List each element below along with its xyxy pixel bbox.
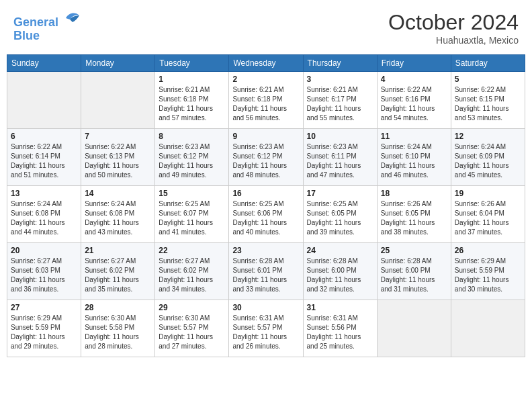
day-number: 25 xyxy=(381,246,447,255)
day-number: 29 xyxy=(159,303,225,312)
day-number: 11 xyxy=(381,132,447,141)
day-info: Sunrise: 6:24 AM Sunset: 6:10 PM Dayligh… xyxy=(381,142,447,180)
logo-bird-icon xyxy=(63,10,82,26)
calendar-table: SundayMondayTuesdayWednesdayThursdayFrid… xyxy=(7,54,525,357)
day-info: Sunrise: 6:25 AM Sunset: 6:07 PM Dayligh… xyxy=(159,199,225,237)
calendar-cell: 31Sunrise: 6:31 AM Sunset: 5:56 PM Dayli… xyxy=(303,300,377,357)
calendar-cell: 7Sunrise: 6:22 AM Sunset: 6:13 PM Daylig… xyxy=(81,129,155,186)
day-number: 12 xyxy=(455,132,521,141)
day-info: Sunrise: 6:21 AM Sunset: 6:18 PM Dayligh… xyxy=(232,85,299,123)
day-info: Sunrise: 6:29 AM Sunset: 5:59 PM Dayligh… xyxy=(455,257,521,294)
calendar-cell: 14Sunrise: 6:24 AM Sunset: 6:08 PM Dayli… xyxy=(81,186,155,243)
day-info: Sunrise: 6:21 AM Sunset: 6:17 PM Dayligh… xyxy=(307,85,373,123)
calendar-cell: 5Sunrise: 6:22 AM Sunset: 6:15 PM Daylig… xyxy=(451,72,525,129)
day-info: Sunrise: 6:25 AM Sunset: 6:06 PM Dayligh… xyxy=(232,199,299,237)
day-info: Sunrise: 6:27 AM Sunset: 6:02 PM Dayligh… xyxy=(159,257,225,294)
week-row-2: 6Sunrise: 6:22 AM Sunset: 6:14 PM Daylig… xyxy=(7,129,525,186)
calendar-cell: 8Sunrise: 6:23 AM Sunset: 6:12 PM Daylig… xyxy=(155,129,229,186)
day-info: Sunrise: 6:22 AM Sunset: 6:15 PM Dayligh… xyxy=(455,85,521,123)
day-number: 31 xyxy=(307,303,373,312)
day-header-saturday: Saturday xyxy=(451,55,525,72)
logo-general: General xyxy=(13,15,58,29)
week-row-1: 1Sunrise: 6:21 AM Sunset: 6:18 PM Daylig… xyxy=(7,72,525,129)
day-info: Sunrise: 6:27 AM Sunset: 6:03 PM Dayligh… xyxy=(11,257,77,294)
calendar-header-row: SundayMondayTuesdayWednesdayThursdayFrid… xyxy=(7,55,525,72)
day-info: Sunrise: 6:22 AM Sunset: 6:16 PM Dayligh… xyxy=(381,85,447,123)
day-header-sunday: Sunday xyxy=(7,55,81,72)
day-info: Sunrise: 6:29 AM Sunset: 5:59 PM Dayligh… xyxy=(11,314,77,351)
month-title: October 2024 xyxy=(388,10,519,35)
title-block: October 2024 Huahuaxtla, Mexico xyxy=(388,10,519,46)
calendar-cell: 15Sunrise: 6:25 AM Sunset: 6:07 PM Dayli… xyxy=(155,186,229,243)
calendar-cell xyxy=(7,72,81,129)
calendar-cell xyxy=(377,300,451,357)
day-number: 23 xyxy=(232,246,299,255)
page-header: General Blue October 2024 Huahuaxtla, Me… xyxy=(7,7,525,49)
calendar-cell: 24Sunrise: 6:28 AM Sunset: 6:00 PM Dayli… xyxy=(303,243,377,300)
day-info: Sunrise: 6:31 AM Sunset: 5:57 PM Dayligh… xyxy=(232,314,299,351)
logo: General Blue xyxy=(13,10,82,43)
day-number: 24 xyxy=(307,246,373,255)
day-info: Sunrise: 6:28 AM Sunset: 6:00 PM Dayligh… xyxy=(381,257,447,294)
day-info: Sunrise: 6:23 AM Sunset: 6:11 PM Dayligh… xyxy=(307,142,373,180)
calendar-cell: 21Sunrise: 6:27 AM Sunset: 6:02 PM Dayli… xyxy=(81,243,155,300)
day-info: Sunrise: 6:21 AM Sunset: 6:18 PM Dayligh… xyxy=(159,85,225,123)
calendar-cell: 30Sunrise: 6:31 AM Sunset: 5:57 PM Dayli… xyxy=(229,300,303,357)
day-header-thursday: Thursday xyxy=(303,55,377,72)
week-row-3: 13Sunrise: 6:24 AM Sunset: 6:08 PM Dayli… xyxy=(7,186,525,243)
day-info: Sunrise: 6:23 AM Sunset: 6:12 PM Dayligh… xyxy=(159,142,225,180)
calendar-cell: 11Sunrise: 6:24 AM Sunset: 6:10 PM Dayli… xyxy=(377,129,451,186)
calendar-cell: 19Sunrise: 6:26 AM Sunset: 6:04 PM Dayli… xyxy=(451,186,525,243)
day-info: Sunrise: 6:25 AM Sunset: 6:05 PM Dayligh… xyxy=(307,199,373,237)
calendar-cell: 4Sunrise: 6:22 AM Sunset: 6:16 PM Daylig… xyxy=(377,72,451,129)
day-number: 18 xyxy=(381,189,447,198)
day-info: Sunrise: 6:22 AM Sunset: 6:14 PM Dayligh… xyxy=(11,142,77,180)
location: Huahuaxtla, Mexico xyxy=(388,35,519,46)
day-info: Sunrise: 6:24 AM Sunset: 6:09 PM Dayligh… xyxy=(455,142,521,180)
day-info: Sunrise: 6:24 AM Sunset: 6:08 PM Dayligh… xyxy=(11,199,77,237)
calendar-cell: 25Sunrise: 6:28 AM Sunset: 6:00 PM Dayli… xyxy=(377,243,451,300)
day-info: Sunrise: 6:28 AM Sunset: 6:00 PM Dayligh… xyxy=(307,257,373,294)
day-header-monday: Monday xyxy=(81,55,155,72)
day-header-friday: Friday xyxy=(377,55,451,72)
day-number: 2 xyxy=(232,75,299,84)
day-header-tuesday: Tuesday xyxy=(155,55,229,72)
calendar-cell xyxy=(451,300,525,357)
day-number: 6 xyxy=(11,132,77,141)
day-info: Sunrise: 6:27 AM Sunset: 6:02 PM Dayligh… xyxy=(85,257,151,294)
calendar-cell: 27Sunrise: 6:29 AM Sunset: 5:59 PM Dayli… xyxy=(7,300,81,357)
day-info: Sunrise: 6:26 AM Sunset: 6:04 PM Dayligh… xyxy=(455,199,521,237)
day-info: Sunrise: 6:31 AM Sunset: 5:56 PM Dayligh… xyxy=(307,314,373,351)
day-number: 14 xyxy=(85,189,151,198)
day-number: 20 xyxy=(11,246,77,255)
calendar-cell: 12Sunrise: 6:24 AM Sunset: 6:09 PM Dayli… xyxy=(451,129,525,186)
calendar-cell: 29Sunrise: 6:30 AM Sunset: 5:57 PM Dayli… xyxy=(155,300,229,357)
calendar-cell: 10Sunrise: 6:23 AM Sunset: 6:11 PM Dayli… xyxy=(303,129,377,186)
calendar-cell: 16Sunrise: 6:25 AM Sunset: 6:06 PM Dayli… xyxy=(229,186,303,243)
calendar-cell: 18Sunrise: 6:26 AM Sunset: 6:05 PM Dayli… xyxy=(377,186,451,243)
day-number: 1 xyxy=(159,75,225,84)
day-info: Sunrise: 6:22 AM Sunset: 6:13 PM Dayligh… xyxy=(85,142,151,180)
logo-blue: Blue xyxy=(13,30,82,43)
day-info: Sunrise: 6:30 AM Sunset: 5:58 PM Dayligh… xyxy=(85,314,151,351)
calendar-cell: 17Sunrise: 6:25 AM Sunset: 6:05 PM Dayli… xyxy=(303,186,377,243)
calendar-cell: 3Sunrise: 6:21 AM Sunset: 6:17 PM Daylig… xyxy=(303,72,377,129)
day-number: 22 xyxy=(159,246,225,255)
day-number: 8 xyxy=(159,132,225,141)
calendar-cell: 2Sunrise: 6:21 AM Sunset: 6:18 PM Daylig… xyxy=(229,72,303,129)
week-row-5: 27Sunrise: 6:29 AM Sunset: 5:59 PM Dayli… xyxy=(7,300,525,357)
day-info: Sunrise: 6:23 AM Sunset: 6:12 PM Dayligh… xyxy=(232,142,299,180)
day-info: Sunrise: 6:24 AM Sunset: 6:08 PM Dayligh… xyxy=(85,199,151,237)
day-number: 27 xyxy=(11,303,77,312)
calendar-cell: 20Sunrise: 6:27 AM Sunset: 6:03 PM Dayli… xyxy=(7,243,81,300)
calendar-cell: 9Sunrise: 6:23 AM Sunset: 6:12 PM Daylig… xyxy=(229,129,303,186)
day-info: Sunrise: 6:26 AM Sunset: 6:05 PM Dayligh… xyxy=(381,199,447,237)
day-number: 5 xyxy=(455,75,521,84)
day-number: 21 xyxy=(85,246,151,255)
day-number: 26 xyxy=(455,246,521,255)
day-number: 13 xyxy=(11,189,77,198)
calendar-cell: 22Sunrise: 6:27 AM Sunset: 6:02 PM Dayli… xyxy=(155,243,229,300)
calendar-cell: 1Sunrise: 6:21 AM Sunset: 6:18 PM Daylig… xyxy=(155,72,229,129)
day-number: 16 xyxy=(232,189,299,198)
calendar-cell xyxy=(81,72,155,129)
